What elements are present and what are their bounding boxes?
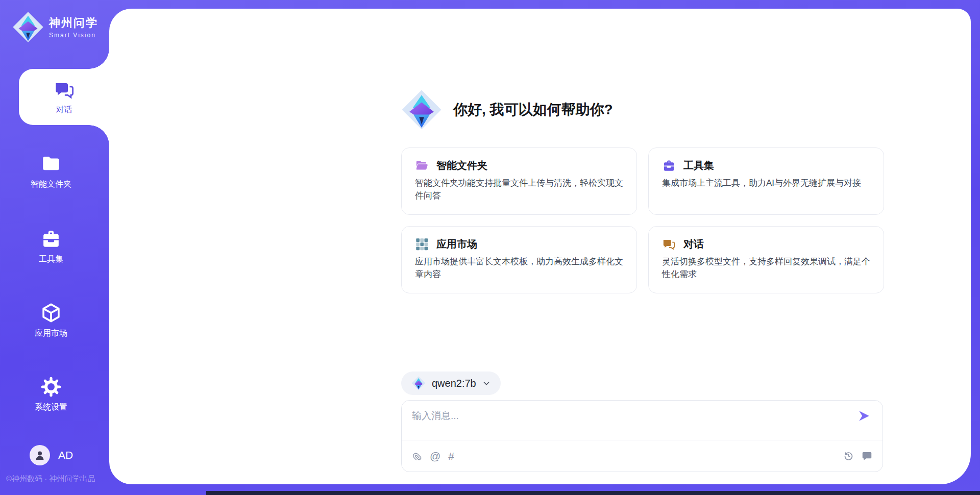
avatar <box>30 445 50 465</box>
history-button[interactable] <box>843 451 854 461</box>
sidebar-item-settings[interactable]: 系统设置 <box>0 376 102 413</box>
diamond-logo-icon <box>12 11 44 43</box>
folder-icon <box>40 153 62 175</box>
sidebar-item-label: 对话 <box>56 105 72 115</box>
card-title: 工具集 <box>683 159 714 172</box>
sidebar-item-label: 系统设置 <box>35 402 67 413</box>
card-title: 对话 <box>683 237 704 251</box>
grid-icon <box>415 237 429 251</box>
message-composer: @ # <box>401 400 883 472</box>
card-title: 智能文件夹 <box>436 159 487 172</box>
main-content-panel: 你好, 我可以如何帮助你? 智能文件夹 智能文件夹功能支持批量文件上传与清洗，轻… <box>109 9 971 484</box>
card-app-market[interactable]: 应用市场 应用市场提供丰富长文本模板，助力高效生成多样化文章内容 <box>401 226 637 293</box>
at-icon: @ <box>430 451 440 461</box>
greeting-block: 你好, 我可以如何帮助你? <box>401 89 613 130</box>
brand-subtitle: Smart Vision <box>49 32 98 39</box>
tab-connector-top <box>89 48 109 69</box>
tab-connector-bottom <box>89 125 109 145</box>
card-title: 应用市场 <box>436 237 477 251</box>
history-icon <box>843 451 854 461</box>
sidebar-item-app-market[interactable]: 应用市场 <box>0 302 102 339</box>
card-smart-folder[interactable]: 智能文件夹 智能文件夹功能支持批量文件上传与清洗，轻松实现文件问答 <box>401 147 637 215</box>
greeting-text: 你好, 我可以如何帮助你? <box>453 100 613 119</box>
diamond-logo-icon <box>411 376 426 390</box>
composer-toolbar: @ # <box>402 440 883 472</box>
message-input[interactable] <box>402 401 883 440</box>
brand-block: 神州问学 Smart Vision <box>12 11 98 43</box>
model-selector[interactable]: qwen2:7b <box>401 372 501 395</box>
attach-file-button[interactable] <box>412 451 422 462</box>
sidebar: 神州问学 Smart Vision 对话 智能文件夹 工具集 <box>0 0 109 495</box>
sidebar-item-label: 智能文件夹 <box>31 179 71 190</box>
card-toolset[interactable]: 工具集 集成市场上主流工具，助力AI与外界无缝扩展与对接 <box>648 147 884 215</box>
at-mention-button[interactable]: @ <box>430 451 440 461</box>
toolbox-icon <box>40 228 62 250</box>
cube-icon <box>40 302 62 324</box>
card-description: 灵活切换多模型文件，支持多样回复效果调试，满足个性化需求 <box>662 256 870 281</box>
new-message-button[interactable] <box>862 451 872 461</box>
bottom-edge-strip <box>206 491 980 495</box>
user-initials: AD <box>58 449 73 461</box>
chat-icon <box>54 79 75 101</box>
folder-icon <box>415 159 429 172</box>
send-icon <box>857 409 871 423</box>
card-chat[interactable]: 对话 灵活切换多模型文件，支持多样回复效果调试，满足个性化需求 <box>648 226 884 293</box>
card-description: 智能文件夹功能支持批量文件上传与清洗，轻松实现文件问答 <box>415 177 623 202</box>
toolbox-icon <box>662 159 676 172</box>
send-button[interactable] <box>857 409 871 423</box>
chevron-down-icon <box>482 379 491 387</box>
paperclip-icon <box>412 451 422 462</box>
sidebar-item-smart-folder[interactable]: 智能文件夹 <box>0 153 102 190</box>
message-icon <box>862 451 872 461</box>
quick-cards-grid: 智能文件夹 智能文件夹功能支持批量文件上传与清洗，轻松实现文件问答 工具集 集成… <box>401 147 884 293</box>
model-name: qwen2:7b <box>432 378 476 389</box>
hash-icon: # <box>448 451 454 461</box>
gear-icon <box>40 376 62 398</box>
card-description: 集成市场上主流工具，助力AI与外界无缝扩展与对接 <box>662 177 870 190</box>
diamond-logo-icon <box>401 89 442 130</box>
brand-name: 神州问学 <box>49 15 98 31</box>
sidebar-item-toolset[interactable]: 工具集 <box>0 228 102 265</box>
person-icon <box>34 449 46 461</box>
hash-topic-button[interactable]: # <box>448 451 454 461</box>
sidebar-item-label: 工具集 <box>39 254 63 265</box>
chat-icon <box>662 237 676 251</box>
copyright-footer: ©神州数码 · 神州问学出品 <box>6 474 95 484</box>
sidebar-item-label: 应用市场 <box>35 328 67 339</box>
card-description: 应用市场提供丰富长文本模板，助力高效生成多样化文章内容 <box>415 256 623 281</box>
user-account[interactable]: AD <box>30 445 73 465</box>
sidebar-item-chat[interactable]: 对话 <box>19 69 109 125</box>
